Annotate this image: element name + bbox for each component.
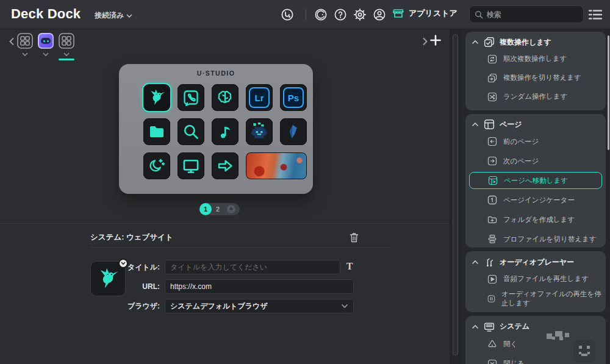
device-brand: U·STUDIO	[119, 70, 313, 77]
url-input[interactable]	[165, 279, 354, 294]
action-toggle-multi[interactable]: 複数操作を切り替えます	[465, 68, 606, 87]
action-play-audio[interactable]: 音頻ファイルを再生します	[465, 269, 606, 289]
connection-status-label: 接続済み	[95, 10, 124, 21]
section-header-audio[interactable]: オーディオプレーヤー	[465, 251, 606, 269]
action-page-indicator[interactable]: ページインジケーター	[465, 190, 606, 210]
account-icon[interactable]	[372, 7, 387, 22]
deck-key-phone-chat[interactable]	[178, 84, 204, 111]
action-random[interactable]: ランダム操作します	[465, 87, 606, 106]
deck-key-abstract-image[interactable]	[246, 152, 307, 179]
profiles-scroll-left-icon[interactable]	[7, 37, 17, 46]
section-audio-player: オーディオプレーヤー 音頻ファイルを再生します オーディオファイルの再生を停止し…	[465, 251, 606, 312]
title-input[interactable]	[165, 260, 340, 274]
deck-key-lightroom[interactable]: Lr	[246, 84, 273, 111]
list-view-icon[interactable]	[587, 8, 603, 21]
random-shuffle-icon	[487, 92, 497, 102]
page-2-button[interactable]: 2	[212, 203, 224, 215]
search-input[interactable]	[487, 10, 572, 19]
topbar-divider	[306, 9, 306, 20]
action-label: ページインジケーター	[503, 196, 575, 205]
main-scrollbar-track	[450, 29, 462, 364]
browser-select-value: システムデフォルトブラウザ	[170, 301, 268, 312]
section-header-multi-actions[interactable]: 複数操作します	[465, 32, 606, 49]
action-label: オーディオファイルの再生を停止します	[501, 290, 606, 308]
add-page-button[interactable]: +	[227, 205, 235, 213]
action-prev-page[interactable]: 前のページ	[465, 132, 606, 151]
action-label: ページへ移動します	[504, 176, 568, 185]
action-next-page[interactable]: 次のページ	[465, 151, 606, 171]
action-create-folder[interactable]: フォルダを作成します	[465, 210, 606, 229]
page-indicator-icon	[487, 195, 497, 205]
appstore-button[interactable]: アプリストア	[392, 7, 458, 20]
action-label: 音頻ファイルを再生します	[503, 274, 589, 284]
goto-page-icon	[488, 176, 498, 185]
deck-key-night-mode[interactable]	[143, 152, 170, 179]
deck-key-brain[interactable]	[212, 84, 239, 111]
chevron-up-icon	[472, 40, 479, 45]
deck-device: U·STUDIO Lr Ps	[119, 64, 313, 194]
action-label: フォルダを作成します	[503, 215, 575, 224]
deck-key-folder[interactable]	[143, 118, 170, 145]
deck-key-music[interactable]	[212, 118, 239, 145]
profile-tab-2[interactable]	[38, 33, 54, 49]
robot-app-icon	[38, 33, 54, 49]
folder-icon	[148, 123, 165, 140]
action-stop-audio[interactable]: オーディオファイルの再生を停止します	[465, 289, 606, 308]
section-header-system[interactable]: システム	[465, 316, 606, 334]
action-label: 開く	[503, 340, 517, 349]
close-app-icon	[487, 359, 497, 364]
previous-page-icon	[487, 137, 497, 146]
hummingbird-icon	[148, 88, 166, 107]
delete-action-icon[interactable]	[350, 232, 359, 243]
profiles-scroll-right-icon[interactable]	[420, 37, 429, 46]
brand-logo-icon[interactable]	[280, 7, 295, 22]
deck-key-hummingbird[interactable]	[143, 84, 170, 111]
open-app-icon	[487, 339, 497, 349]
appstore-label: アプリストア	[409, 8, 458, 19]
action-sequential-multi[interactable]: 順次複数操作します	[465, 49, 606, 68]
profile-2-dropdown-icon[interactable]	[42, 52, 49, 57]
text-format-button[interactable]: T	[344, 261, 355, 273]
chevron-down-icon	[341, 304, 348, 309]
action-label: 複数操作を切り替えます	[503, 73, 581, 82]
url-label: URL:	[90, 279, 160, 294]
section-title: システム	[500, 321, 529, 332]
photoshop-icon: Ps	[283, 87, 304, 108]
section-title: オーディオプレーヤー	[500, 257, 574, 268]
deck-key-display[interactable]	[178, 152, 204, 179]
action-goto-page-selected[interactable]: ページへ移動します	[469, 172, 602, 189]
create-folder-icon	[487, 215, 497, 224]
add-profile-button[interactable]	[429, 34, 442, 47]
connection-status[interactable]: 接続済み	[95, 10, 132, 21]
language-icon[interactable]	[314, 7, 328, 22]
section-header-page[interactable]: ページ	[465, 114, 606, 132]
browser-select[interactable]: システムデフォルトブラウザ	[165, 299, 354, 313]
profile-3-dropdown-icon[interactable]	[63, 52, 70, 57]
action-header: システム: ウェブサイト	[90, 232, 173, 243]
grid-profile-icon	[59, 33, 74, 49]
deck-key-next[interactable]	[212, 152, 239, 179]
profile-tab-1[interactable]	[17, 33, 33, 49]
profile-tab-3-active[interactable]	[59, 33, 74, 49]
section-page: ページ 前のページ 次のページ ページへ移動します ページインジケーター フォル…	[465, 114, 606, 248]
deck-key-photoshop[interactable]: Ps	[280, 84, 307, 111]
profile-1-dropdown-icon[interactable]	[21, 52, 29, 57]
panel-divider	[0, 223, 450, 224]
grid-profile-icon	[17, 33, 33, 49]
action-switch-profile[interactable]: プロファイルを切り替えます	[465, 229, 606, 248]
section-multi-actions: 複数操作します 順次複数操作します 複数操作を切り替えます ランダム操作します	[465, 32, 606, 110]
page-1-button[interactable]: 1	[199, 203, 212, 215]
settings-gear-icon[interactable]	[353, 7, 367, 22]
action-label: ランダム操作します	[503, 92, 567, 101]
moon-sparkles-icon	[148, 157, 165, 174]
active-tab-underline	[59, 59, 74, 60]
help-icon[interactable]	[333, 7, 348, 22]
main-scrollbar-thumb[interactable]	[453, 34, 458, 355]
sidebar-scrollbar-thumb[interactable]	[608, 35, 609, 150]
deck-key-pixel-monster[interactable]	[246, 118, 273, 145]
sidebar-search[interactable]	[469, 5, 584, 23]
deck-key-search[interactable]	[178, 118, 204, 145]
switch-profile-icon	[487, 234, 497, 244]
action-label: 順次複数操作します	[503, 54, 567, 63]
deck-key-blue-fold[interactable]	[280, 118, 307, 145]
